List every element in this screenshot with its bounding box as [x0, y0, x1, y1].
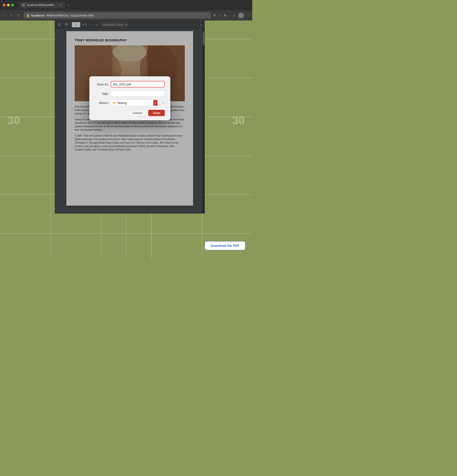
- save-as-row: Save As:: [95, 81, 165, 87]
- close-button[interactable]: [3, 4, 6, 7]
- tags-input[interactable]: [111, 90, 165, 97]
- where-label: Where:: [95, 101, 109, 105]
- folder-stepper[interactable]: ▲ ▼: [153, 100, 157, 106]
- tags-row: Tags:: [95, 90, 165, 97]
- download-icon[interactable]: ↓: [229, 14, 231, 17]
- more-menu-icon[interactable]: ⋯: [246, 14, 250, 17]
- back-button[interactable]: ‹: [3, 12, 7, 18]
- browser-window: localhost:8080/yoWlOOkL~zzp... ✕ ＋ ⌄ ‹ ›…: [0, 0, 252, 259]
- save-as-input[interactable]: [111, 81, 165, 87]
- tab-favicon: [22, 3, 25, 7]
- save-dialog: Save As: Tags: Where: 📁 Testing ▲ ▼: [89, 76, 170, 120]
- where-folder-name: Testing: [117, 101, 152, 105]
- where-row: Where: 📁 Testing ▲ ▼ ⌄: [95, 100, 165, 106]
- forward-button[interactable]: ›: [9, 12, 13, 18]
- url-rest-part: :8080/yoWlOOkL~zzp2zr/index.html: [46, 14, 94, 17]
- bookmark-icon[interactable]: ☆: [218, 14, 221, 17]
- save-as-label: Save As:: [95, 83, 109, 86]
- maximize-button[interactable]: [11, 4, 14, 7]
- traffic-lights: [3, 4, 14, 7]
- tab-title: localhost:8080/yoWlOOkL~zzp...: [27, 3, 57, 7]
- download-btn-container: Download the PDF: [205, 241, 245, 250]
- puzzle-icon[interactable]: ⚙: [224, 14, 227, 17]
- url-bold-part: localhost: [31, 14, 44, 17]
- tags-label: Tags:: [95, 92, 109, 95]
- download-pdf-button[interactable]: Download the PDF: [205, 241, 245, 250]
- minimize-button[interactable]: [7, 4, 10, 7]
- cancel-button[interactable]: Cancel: [128, 110, 146, 116]
- tabs-chevron[interactable]: ⌄: [247, 3, 250, 7]
- dialog-overlay: Save As: Tags: Where: 📁 Testing ▲ ▼: [55, 20, 205, 213]
- profile-avatar[interactable]: [238, 13, 244, 18]
- where-dropdown-arrow[interactable]: ⌄: [161, 101, 165, 104]
- sidebar-icon[interactable]: ▭: [233, 14, 236, 17]
- browser-toolbar: ‹ › ↻ 🔒 localhost :8080/yoWlOOkL~zzp2zr/…: [0, 10, 252, 20]
- address-bar[interactable]: 🔒 localhost :8080/yoWlOOkL~zzp2zr/index.…: [24, 12, 211, 19]
- new-tab-button[interactable]: ＋: [67, 2, 71, 8]
- tab-close-button[interactable]: ✕: [59, 3, 62, 7]
- dialog-buttons: Cancel Save: [95, 110, 165, 116]
- save-button[interactable]: Save: [148, 110, 164, 116]
- where-select[interactable]: 📁 Testing ▲ ▼: [111, 100, 159, 106]
- folder-icon: 📁: [112, 101, 116, 105]
- active-tab[interactable]: localhost:8080/yoWlOOkL~zzp... ✕: [19, 2, 65, 8]
- tab-bar: localhost:8080/yoWlOOkL~zzp... ✕ ＋ ⌄: [19, 2, 250, 8]
- toolbar-icons: ⬆ ☆ ⚙ ↓ ▭ ⋯: [213, 13, 250, 18]
- share-icon[interactable]: ⬆: [213, 14, 216, 17]
- reload-button[interactable]: ↻: [16, 12, 21, 19]
- titlebar: localhost:8080/yoWlOOkL~zzp... ✕ ＋ ⌄: [0, 0, 252, 10]
